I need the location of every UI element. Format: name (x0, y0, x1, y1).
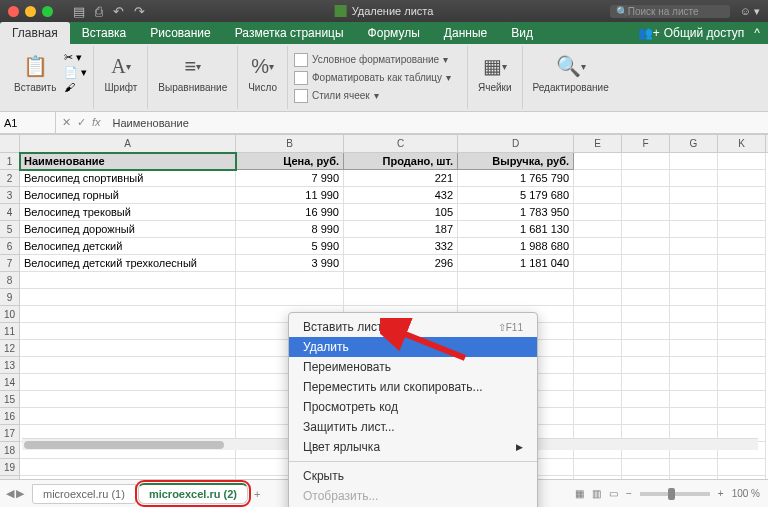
cell[interactable] (622, 289, 670, 306)
cell[interactable] (670, 204, 718, 221)
tab-formulas[interactable]: Формулы (356, 22, 432, 44)
column-header-a[interactable]: A (20, 135, 236, 152)
cell[interactable] (670, 340, 718, 357)
tab-page-layout[interactable]: Разметка страницы (223, 22, 356, 44)
share-button[interactable]: 👥+ Общий доступ ^ (638, 22, 768, 44)
cell[interactable] (574, 170, 622, 187)
cell[interactable]: 432 (344, 187, 458, 204)
cell[interactable] (670, 170, 718, 187)
cell[interactable] (574, 289, 622, 306)
select-all-corner[interactable] (0, 135, 20, 152)
column-header-d[interactable]: D (458, 135, 574, 152)
alignment-group[interactable]: ≡▾ Выравнивание (154, 48, 231, 95)
cell[interactable] (458, 289, 574, 306)
sheet-nav-prev-icon[interactable]: ◀ (6, 487, 14, 500)
cell[interactable] (718, 340, 766, 357)
cell[interactable] (20, 289, 236, 306)
cell[interactable] (20, 340, 236, 357)
column-header-f[interactable]: F (622, 135, 670, 152)
cell[interactable] (718, 459, 766, 476)
cell[interactable] (236, 272, 344, 289)
close-window-button[interactable] (8, 6, 19, 17)
cell[interactable] (344, 272, 458, 289)
cell[interactable] (622, 357, 670, 374)
add-sheet-button[interactable]: + (254, 488, 260, 500)
cell[interactable] (670, 238, 718, 255)
row-header[interactable]: 2 (0, 170, 20, 187)
row-header[interactable]: 1 (0, 153, 20, 170)
cell[interactable] (574, 153, 622, 170)
cell[interactable] (622, 204, 670, 221)
cell[interactable]: 332 (344, 238, 458, 255)
tab-home[interactable]: Главная (0, 22, 70, 44)
cell[interactable] (718, 221, 766, 238)
cell[interactable]: 5 990 (236, 238, 344, 255)
format-as-table-button[interactable]: Форматировать как таблицу ▾ (294, 70, 461, 86)
cell-styles-button[interactable]: Стили ячеек ▾ (294, 88, 461, 104)
cell[interactable] (670, 255, 718, 272)
view-break-preview-icon[interactable]: ▭ (609, 488, 618, 499)
cell[interactable] (622, 272, 670, 289)
row-header[interactable]: 9 (0, 289, 20, 306)
row-header[interactable]: 18 (0, 442, 20, 459)
font-group[interactable]: A▾ Шрифт (100, 48, 141, 95)
cell[interactable]: 105 (344, 204, 458, 221)
cell[interactable] (718, 391, 766, 408)
column-header-g[interactable]: G (670, 135, 718, 152)
cell[interactable]: 1 783 950 (458, 204, 574, 221)
sheet-tab-1[interactable]: microexcel.ru (1) (32, 484, 136, 504)
column-header-b[interactable]: B (236, 135, 344, 152)
enter-formula-icon[interactable]: ✓ (77, 116, 86, 129)
cell[interactable] (670, 357, 718, 374)
number-group[interactable]: %▾ Число (244, 48, 281, 95)
cell[interactable]: 187 (344, 221, 458, 238)
tab-view[interactable]: Вид (499, 22, 545, 44)
cell[interactable] (670, 153, 718, 170)
cut-icon[interactable]: ✂ ▾ (64, 51, 87, 64)
cells-group[interactable]: ▦▾ Ячейки (474, 48, 516, 95)
cell[interactable] (20, 391, 236, 408)
cell[interactable] (574, 374, 622, 391)
row-header[interactable]: 13 (0, 357, 20, 374)
cm-delete-sheet[interactable]: Удалить (289, 337, 537, 357)
cell[interactable] (718, 408, 766, 425)
cell[interactable] (574, 391, 622, 408)
cell[interactable] (622, 187, 670, 204)
cell[interactable] (718, 289, 766, 306)
row-header[interactable]: 11 (0, 323, 20, 340)
cell[interactable] (622, 238, 670, 255)
cell[interactable] (670, 306, 718, 323)
cell[interactable] (718, 374, 766, 391)
cell[interactable] (574, 272, 622, 289)
zoom-out-button[interactable]: − (626, 488, 632, 499)
row-header[interactable]: 14 (0, 374, 20, 391)
zoom-in-button[interactable]: + (718, 488, 724, 499)
cell[interactable] (574, 408, 622, 425)
cell[interactable] (670, 289, 718, 306)
cell[interactable]: 1 681 130 (458, 221, 574, 238)
row-header[interactable]: 12 (0, 340, 20, 357)
formula-input[interactable]: Наименование (107, 117, 195, 129)
cell[interactable] (574, 459, 622, 476)
table-row[interactable]: 4Велосипед трековый16 9901051 783 950 (0, 204, 768, 221)
cell[interactable]: Цена, руб. (236, 153, 344, 170)
redo-icon[interactable]: ↷ (134, 4, 145, 19)
cell[interactable]: Велосипед горный (20, 187, 236, 204)
table-row[interactable]: 3Велосипед горный11 9904325 179 680 (0, 187, 768, 204)
cell[interactable] (670, 323, 718, 340)
cell[interactable]: 1 988 680 (458, 238, 574, 255)
cell[interactable] (574, 306, 622, 323)
cell[interactable] (718, 272, 766, 289)
cm-view-code[interactable]: Просмотреть код (289, 397, 537, 417)
cell[interactable] (718, 187, 766, 204)
format-painter-icon[interactable]: 🖌 (64, 81, 87, 93)
row-header[interactable]: 3 (0, 187, 20, 204)
cell[interactable] (574, 323, 622, 340)
cell[interactable]: 221 (344, 170, 458, 187)
cm-rename-sheet[interactable]: Переименовать (289, 357, 537, 377)
zoom-slider[interactable] (640, 492, 710, 496)
paste-button[interactable]: 📋 Вставить (10, 48, 60, 95)
cell[interactable] (20, 306, 236, 323)
print-icon[interactable]: ⎙ (95, 4, 103, 19)
cm-insert-sheet[interactable]: Вставить лист⇧F11 (289, 317, 537, 337)
